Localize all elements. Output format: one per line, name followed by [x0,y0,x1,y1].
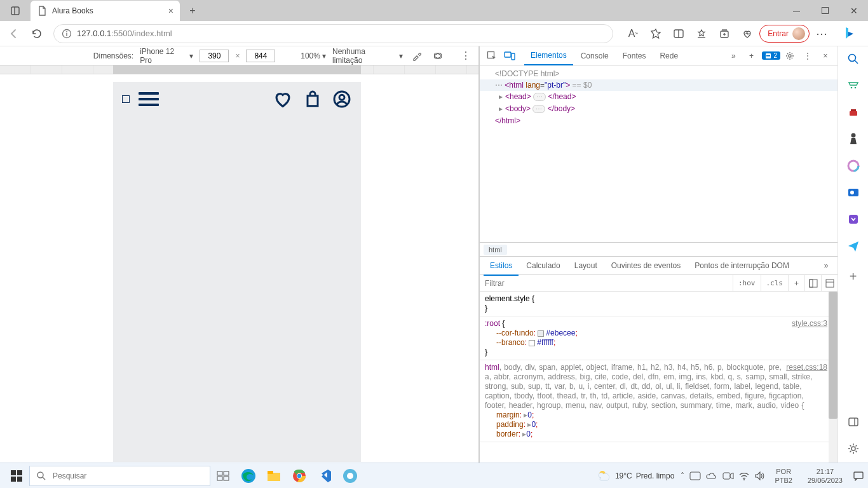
hov-toggle[interactable]: :hov [733,275,761,292]
edge-drop-icon[interactable] [846,212,861,227]
edge-dev-taskbar-icon[interactable] [337,463,363,489]
games-icon[interactable] [846,132,861,147]
system-tray[interactable]: ˄ PORPTB2 21:1729/06/2023 [681,467,864,485]
m365-icon[interactable] [846,158,861,173]
notifications-icon[interactable] [853,471,864,481]
dom-tree[interactable]: <!DOCTYPE html> ⋯ <html lang="pt-br"> ==… [480,65,837,242]
favorite-icon[interactable] [645,24,667,43]
html-node[interactable]: ⋯ <html lang="pt-br"> == $0 [480,79,837,91]
add-sidebar-icon[interactable]: + [846,269,861,284]
inspect-icon[interactable] [484,48,500,64]
tray-chevron-icon[interactable]: ˄ [681,471,684,480]
browser-health-icon[interactable] [736,24,758,43]
read-aloud-icon[interactable]: A» [622,24,644,43]
split-screen-icon[interactable] [668,24,689,43]
source-link[interactable]: reset.css:18 [786,363,827,372]
html-close-node: </html> [495,116,520,125]
new-rule-icon[interactable]: + [788,275,804,292]
scrollbar-thumb[interactable] [829,292,837,419]
tab-styles[interactable]: Estilos [484,257,519,276]
favorites-bar-icon[interactable] [691,24,712,43]
site-info-icon[interactable] [62,29,72,39]
back-button[interactable] [4,24,24,44]
rule-reset[interactable]: reset.css:18 html, body, div, span, appl… [480,360,837,442]
issues-badge[interactable]: 2 [762,51,780,60]
clock[interactable]: 21:1729/06/2023 [808,467,843,485]
signin-button[interactable]: Entrar [759,25,810,43]
tab-sources[interactable]: Fontes [616,46,653,65]
edge-taskbar-icon[interactable] [236,463,261,489]
onedrive-icon[interactable] [706,472,717,480]
hamburger-icon[interactable] [139,92,159,106]
language-indicator[interactable]: PORPTB2 [775,467,792,485]
tab-listeners[interactable]: Ouvintes de eventos [605,256,687,275]
vscode-taskbar-icon[interactable] [312,463,337,489]
device-more-button[interactable]: ⋮ [458,48,473,64]
devtools-more-icon[interactable]: ⋮ [799,48,816,64]
profile-icon[interactable] [332,89,352,109]
tools-icon[interactable] [846,105,861,120]
start-button[interactable] [4,463,29,489]
rule-root[interactable]: style.css:3 :root { --cor-fundo: #ebecee… [480,316,837,360]
css-rules[interactable]: element.style { } style.css:3 :root { --… [480,292,837,463]
collections-icon[interactable] [714,24,735,43]
bing-sidebar-icon[interactable] [834,21,864,46]
new-style-icon[interactable]: + [743,48,759,64]
browser-tab[interactable]: Alura Books × [31,1,180,21]
keyboard-icon[interactable] [689,471,701,480]
cls-toggle[interactable]: .cls [761,275,789,292]
meet-now-icon[interactable] [722,471,734,480]
settings-icon[interactable] [782,48,798,64]
wifi-icon[interactable] [739,471,749,480]
eyedropper-icon[interactable] [409,48,424,64]
tab-network[interactable]: Rede [653,46,684,65]
zoom-select[interactable]: 100% ▾ [301,51,326,60]
height-input[interactable] [246,50,275,62]
heart-icon[interactable] [272,88,294,110]
shopping-icon[interactable] [846,78,861,93]
volume-icon[interactable] [754,471,764,480]
tab-console[interactable]: Console [574,46,615,65]
bag-icon[interactable] [302,89,323,109]
throttle-select[interactable]: Nenhuma limitação ▾ [332,47,403,65]
weather-widget[interactable]: 19°C Pred. limpo [597,469,675,483]
device-toggle-icon[interactable] [501,48,518,64]
tab-dom-breakpoints[interactable]: Pontos de interrupção DOM [688,256,796,275]
task-view-icon[interactable] [210,463,236,489]
more-tabs-icon[interactable]: » [725,48,742,64]
tab-elements[interactable]: Elementos [524,46,573,65]
gear-icon[interactable] [846,441,861,456]
body-node[interactable]: ▸<body> ⋯ </body> [480,103,837,115]
close-window-button[interactable]: ✕ [839,0,868,21]
rule-element-style[interactable]: element.style { } [480,292,837,316]
new-tab-button[interactable]: + [184,2,201,20]
hide-sidebar-icon[interactable] [846,414,861,430]
tab-actions-button[interactable] [0,0,31,21]
device-select[interactable]: iPhone 12 Pro ▾ [140,47,193,65]
head-node[interactable]: ▸<head> ⋯ </head> [480,91,837,103]
tab-computed[interactable]: Calculado [520,256,566,275]
chrome-taskbar-icon[interactable] [287,463,312,489]
source-link[interactable]: style.css:3 [792,319,827,329]
rotate-icon[interactable] [430,48,445,64]
close-tab-icon[interactable]: × [168,6,173,16]
url-field[interactable]: 127.0.0.1:5500/index.html [53,24,613,43]
outlook-icon[interactable] [846,185,861,200]
maximize-button[interactable] [811,0,839,21]
minimize-button[interactable]: — [782,0,811,21]
close-devtools-icon[interactable]: × [817,48,834,64]
tab-layout[interactable]: Layout [568,256,604,275]
more-styles-tabs-icon[interactable]: » [818,261,834,270]
checkbox[interactable] [122,95,130,103]
rendering-icon[interactable] [821,275,837,292]
more-menu-button[interactable]: ⋯ [811,27,832,41]
width-input[interactable] [200,50,229,62]
refresh-button[interactable] [27,24,47,44]
taskbar-search[interactable]: Pesquisar [29,466,210,486]
styles-filter-input[interactable] [480,276,733,291]
send-icon[interactable] [846,238,861,254]
computed-sidebar-icon[interactable] [804,275,821,292]
breadcrumb[interactable]: html [480,242,837,256]
explorer-taskbar-icon[interactable] [261,463,287,489]
search-icon[interactable] [846,51,861,67]
